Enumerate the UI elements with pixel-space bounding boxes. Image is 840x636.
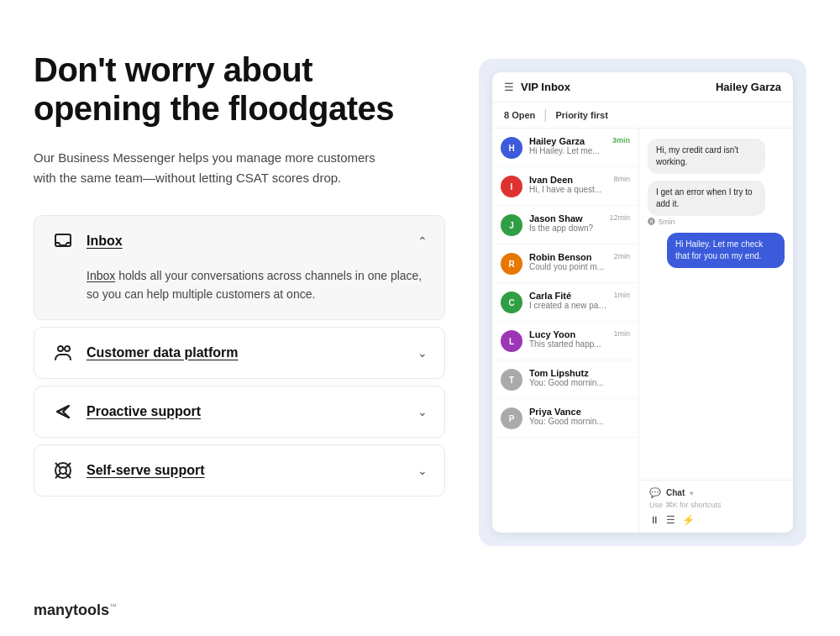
chevron-down-icon-cdp: ⌄: [417, 346, 428, 360]
message-received-2: I get an error when I try to add it.: [648, 181, 765, 216]
accordion-item-cdp: Customer data platform ⌄: [34, 327, 445, 379]
chat-messages: Hi, my credit card isn't working. I get …: [639, 129, 793, 480]
ui-mockup: ☰ VIP Inbox Hailey Garza 8 Open | Priori…: [479, 59, 806, 546]
inbox-item-time: 1min: [613, 329, 630, 338]
list-item[interactable]: P Priya Vance You: Good mornin...: [492, 399, 638, 438]
left-panel: Don't worry about opening the floodgates…: [34, 50, 445, 503]
list-item[interactable]: H Hailey Garza Hi Hailey. Let me... 3min: [492, 129, 638, 167]
accordion-header-proactive[interactable]: Proactive support ⌄: [34, 386, 444, 437]
list-item[interactable]: R Robin Benson Could you point m... 2min: [492, 244, 638, 283]
inbox-item-name: Tom Lipshutz: [529, 368, 623, 378]
mockup-subheader: 8 Open | Priority first: [492, 102, 793, 129]
chat-footer: 💬 Chat ▾ Use ⌘K for shortcuts ⏸ ☰ ⚡: [639, 480, 793, 533]
right-panel: ☰ VIP Inbox Hailey Garza 8 Open | Priori…: [479, 50, 806, 546]
inbox-item-time: 3min: [612, 136, 630, 145]
inbox-item-time: 8min: [613, 175, 630, 183]
inbox-icon: [51, 229, 75, 253]
accordion-label-cdp: Customer data platform: [87, 345, 406, 360]
message-meta: 🅗 5min: [648, 218, 785, 226]
message-sent-1: Hi Hailey. Let me check that for you on …: [667, 233, 785, 268]
inbox-item-preview: I created a new page...: [529, 301, 606, 310]
footer: manytools™: [0, 591, 840, 636]
chat-shortcut: Use ⌘K for shortcuts: [649, 501, 783, 509]
inbox-item-preview: Hi, I have a quest...: [529, 185, 606, 194]
inbox-item-preview: You: Good mornin...: [529, 378, 623, 387]
message-received-1: Hi, my credit card isn't working.: [648, 139, 765, 174]
chat-type-row: 💬 Chat ▾: [649, 487, 783, 498]
menu-icon[interactable]: ☰: [666, 514, 675, 526]
accordion-content-inbox: Inbox holds all your conversations acros…: [34, 266, 444, 319]
list-item[interactable]: T Tom Lipshutz You: Good mornin...: [492, 360, 638, 399]
pause-icon[interactable]: ⏸: [649, 514, 659, 526]
avatar: H: [501, 137, 522, 159]
message-group: I get an error when I try to add it. 🅗 5…: [648, 181, 785, 226]
accordion-header-cdp[interactable]: Customer data platform ⌄: [34, 328, 444, 378]
svg-point-1: [58, 346, 63, 351]
brand-logo: manytools™: [34, 602, 806, 619]
vip-inbox-title: VIP Inbox: [521, 81, 709, 93]
accordion-header-self-serve[interactable]: Self-serve support ⌄: [34, 445, 444, 496]
avatar: I: [501, 176, 522, 197]
avatar: R: [501, 253, 522, 275]
accordion-label-self-serve: Self-serve support: [87, 463, 406, 478]
list-item[interactable]: L Lucy Yoon This started happ... 1min: [492, 322, 638, 360]
mockup-body: H Hailey Garza Hi Hailey. Let me... 3min…: [492, 129, 793, 533]
svg-marker-6: [57, 406, 69, 418]
mockup-header: ☰ VIP Inbox Hailey Garza: [492, 72, 793, 102]
chevron-down-icon-proactive: ⌄: [417, 405, 428, 418]
inbox-item-name: Robin Benson: [529, 252, 606, 262]
accordion-list: Inbox ⌃ Inbox holds all your conversatio…: [34, 215, 445, 503]
brand-sup: ™: [109, 602, 117, 611]
list-item[interactable]: I Ivan Deen Hi, I have a quest... 8min: [492, 167, 638, 206]
avatar: P: [501, 407, 522, 429]
chat-toolbar: ⏸ ☰ ⚡: [649, 514, 783, 526]
send-icon: [51, 400, 75, 423]
dropdown-icon: ▾: [690, 489, 694, 497]
list-item[interactable]: C Carla Fité I created a new page... 1mi…: [492, 283, 638, 322]
help-icon: [51, 459, 75, 482]
inbox-item-name: Ivan Deen: [529, 175, 606, 185]
open-count-badge[interactable]: 8 Open: [504, 110, 535, 120]
brand-name: manytools: [34, 602, 109, 618]
priority-badge[interactable]: Priority first: [555, 110, 607, 120]
accordion-item-self-serve: Self-serve support ⌄: [34, 444, 445, 497]
avatar: L: [501, 330, 522, 352]
inbox-item-time: 1min: [613, 291, 630, 299]
chevron-up-icon: ⌃: [417, 234, 428, 248]
svg-rect-0: [55, 234, 71, 246]
people-icon: [51, 341, 75, 365]
chevron-down-icon-self-serve: ⌄: [417, 464, 428, 477]
inbox-item-time: 12min: [609, 213, 630, 222]
avatar-small: 🅗: [648, 218, 655, 226]
inbox-item-preview: Hi Hailey. Let me...: [529, 146, 606, 155]
accordion-label-inbox: Inbox: [87, 234, 406, 249]
inbox-item-name: Carla Fité: [529, 291, 606, 301]
inbox-item-name: Priya Vance: [529, 407, 623, 417]
inbox-item-name: Lucy Yoon: [529, 329, 606, 339]
inbox-item-name: Jason Shaw: [529, 213, 602, 223]
chat-panel: Hi, my credit card isn't working. I get …: [639, 129, 793, 533]
subtitle: Our Business Messenger helps you manage …: [34, 148, 395, 188]
accordion-header-inbox[interactable]: Inbox ⌃: [34, 216, 444, 266]
avatar: C: [501, 292, 522, 313]
avatar: J: [501, 214, 522, 236]
accordion-item-inbox: Inbox ⌃ Inbox holds all your conversatio…: [34, 215, 445, 320]
inbox-highlight: Inbox: [87, 269, 115, 282]
chat-bubble-icon: 💬: [649, 487, 661, 498]
lightning-icon[interactable]: ⚡: [682, 514, 695, 526]
inbox-item-preview: You: Good mornin...: [529, 417, 623, 426]
list-item[interactable]: J Jason Shaw Is the app down? 12min: [492, 206, 638, 244]
accordion-item-proactive: Proactive support ⌄: [34, 386, 445, 438]
chat-type-label: Chat: [666, 488, 685, 497]
inbox-list: H Hailey Garza Hi Hailey. Let me... 3min…: [492, 129, 639, 533]
accordion-label-proactive: Proactive support: [87, 404, 406, 419]
inbox-item-time: 2min: [613, 252, 630, 260]
headline: Don't worry about opening the floodgates: [34, 50, 445, 128]
message-time: 5min: [659, 218, 675, 226]
inbox-filter-icon: ☰: [504, 81, 514, 93]
inbox-item-preview: This started happ...: [529, 339, 606, 349]
contact-name-header: Hailey Garza: [716, 81, 781, 93]
inbox-item-preview: Is the app down?: [529, 223, 602, 233]
inbox-item-name: Hailey Garza: [529, 136, 606, 146]
svg-point-2: [65, 346, 70, 351]
